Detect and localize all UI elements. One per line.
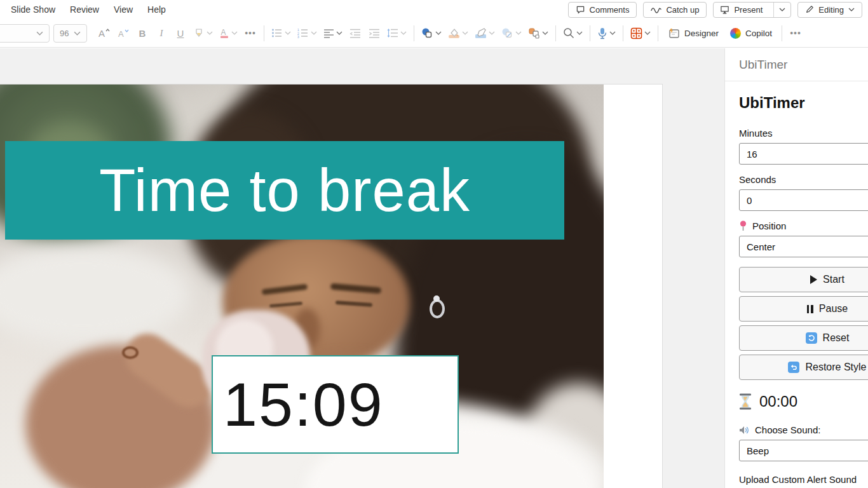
underline-button[interactable]: U bbox=[172, 24, 189, 43]
insert-shapes-button[interactable] bbox=[419, 24, 444, 43]
hourglass-icon bbox=[739, 393, 752, 410]
bold-button[interactable]: B bbox=[134, 24, 151, 43]
catch-up-icon bbox=[651, 6, 661, 14]
chevron-down-icon bbox=[285, 31, 291, 35]
pin-icon bbox=[739, 220, 747, 231]
start-button[interactable]: Start bbox=[739, 267, 868, 292]
menu-help[interactable]: Help bbox=[147, 2, 166, 17]
present-button[interactable]: Present bbox=[714, 3, 769, 17]
chevron-down-icon bbox=[336, 31, 342, 35]
effects-icon bbox=[501, 27, 513, 39]
underline-icon: U bbox=[177, 28, 184, 39]
pencil-icon bbox=[805, 5, 814, 14]
highlighter-icon bbox=[193, 27, 205, 39]
font-name-combo[interactable] bbox=[0, 24, 50, 43]
dictate-button[interactable] bbox=[595, 24, 618, 43]
seconds-input[interactable] bbox=[739, 189, 868, 211]
arrange-icon bbox=[528, 27, 540, 39]
sound-select[interactable]: Beep bbox=[739, 440, 868, 461]
bullets-button[interactable] bbox=[269, 24, 293, 43]
addins-button[interactable] bbox=[628, 24, 653, 43]
toolbar-separator bbox=[555, 25, 556, 41]
align-icon bbox=[323, 28, 334, 38]
decrease-font-button[interactable]: A bbox=[115, 24, 132, 43]
top-actions: Comments Catch up Present Editing bbox=[568, 2, 868, 18]
numbering-button[interactable]: 123 bbox=[295, 24, 319, 43]
toolbar-separator bbox=[590, 25, 590, 41]
choose-sound-label-row: Choose Sound: bbox=[739, 424, 868, 435]
menu-view[interactable]: View bbox=[114, 2, 133, 17]
designer-icon bbox=[668, 28, 680, 39]
line-spacing-icon bbox=[387, 28, 398, 38]
minutes-input[interactable] bbox=[739, 143, 868, 165]
copilot-button[interactable]: Copilot bbox=[724, 23, 778, 43]
line-spacing-button[interactable] bbox=[385, 24, 409, 43]
menu-items: Slide Show Review View Help bbox=[0, 2, 166, 17]
menu-slide-show[interactable]: Slide Show bbox=[11, 2, 55, 17]
increase-font-icon: A bbox=[98, 27, 111, 39]
present-dropdown[interactable] bbox=[773, 3, 790, 17]
menu-review[interactable]: Review bbox=[70, 2, 99, 17]
reset-button[interactable]: Reset bbox=[739, 325, 868, 351]
increase-indent-button[interactable] bbox=[366, 24, 383, 43]
font-color-button[interactable]: A bbox=[217, 24, 240, 43]
svg-text:3: 3 bbox=[297, 35, 299, 38]
outdent-icon bbox=[349, 28, 361, 38]
align-button[interactable] bbox=[322, 24, 344, 43]
chevron-down-icon bbox=[848, 8, 855, 11]
toolbar-overflow-button[interactable]: ••• bbox=[787, 24, 804, 43]
shapes-icon bbox=[421, 27, 433, 39]
bold-icon: B bbox=[139, 28, 146, 39]
chevron-down-icon bbox=[74, 31, 81, 36]
elapsed-time-value: 00:00 bbox=[759, 393, 797, 410]
chevron-down-icon bbox=[779, 8, 785, 11]
svg-text:A: A bbox=[221, 28, 226, 37]
search-button[interactable] bbox=[561, 24, 585, 43]
menu-bar: Slide Show Review View Help Comments Cat… bbox=[0, 0, 868, 19]
microphone-icon bbox=[597, 27, 607, 39]
panel-header: UbiTimer bbox=[725, 48, 868, 81]
chevron-down-icon bbox=[515, 31, 522, 35]
minutes-label: Minutes bbox=[739, 128, 868, 139]
slide-countdown-box[interactable]: 15:09 bbox=[212, 355, 459, 454]
seconds-label: Seconds bbox=[739, 174, 868, 185]
shape-fill-button[interactable] bbox=[446, 24, 470, 43]
ellipsis-icon: ••• bbox=[790, 28, 801, 38]
font-size-combo[interactable]: 96 bbox=[53, 24, 87, 43]
shape-outline-button[interactable] bbox=[473, 24, 497, 43]
chevron-down-icon bbox=[462, 31, 468, 35]
catch-up-button[interactable]: Catch up bbox=[643, 2, 707, 18]
toolbar-separator bbox=[623, 25, 623, 41]
toolbar-separator bbox=[414, 25, 414, 41]
restore-icon bbox=[788, 362, 799, 373]
slide-title-banner[interactable]: Time to break bbox=[5, 141, 564, 240]
chevron-down-icon bbox=[400, 31, 407, 35]
chevron-down-icon bbox=[644, 31, 651, 35]
bullets-icon bbox=[271, 28, 283, 38]
arrange-button[interactable] bbox=[526, 24, 550, 43]
copilot-icon bbox=[730, 28, 741, 39]
italic-button[interactable]: I bbox=[153, 24, 170, 43]
editing-mode-button[interactable]: Editing bbox=[797, 2, 862, 18]
reset-icon bbox=[806, 332, 817, 344]
position-label-row: Position bbox=[739, 220, 868, 231]
shape-effects-button[interactable] bbox=[499, 24, 524, 43]
chevron-down-icon bbox=[36, 31, 43, 36]
slide-title-text: Time to break bbox=[99, 156, 470, 225]
more-font-options-button[interactable]: ••• bbox=[242, 24, 259, 43]
highlight-button[interactable] bbox=[191, 24, 215, 43]
toolbar-separator bbox=[782, 25, 782, 41]
comments-button[interactable]: Comments bbox=[568, 2, 637, 18]
slide-canvas[interactable]: Time to break 15:09 bbox=[0, 85, 662, 488]
panel-header-title: UbiTimer bbox=[739, 58, 787, 72]
toolbar-separator bbox=[264, 25, 264, 41]
increase-font-button[interactable]: A bbox=[96, 24, 112, 43]
pause-button[interactable]: Pause bbox=[739, 296, 868, 322]
designer-button[interactable]: Designer bbox=[662, 23, 724, 43]
restore-style-button[interactable]: Restore Style bbox=[739, 355, 868, 380]
formatting-toolbar: 96 A A B I U A ••• 123 bbox=[0, 19, 868, 48]
decrease-indent-button[interactable] bbox=[347, 24, 363, 43]
position-select[interactable]: Center bbox=[739, 236, 868, 257]
chevron-down-icon bbox=[435, 31, 442, 35]
ellipsis-icon: ••• bbox=[245, 28, 256, 38]
